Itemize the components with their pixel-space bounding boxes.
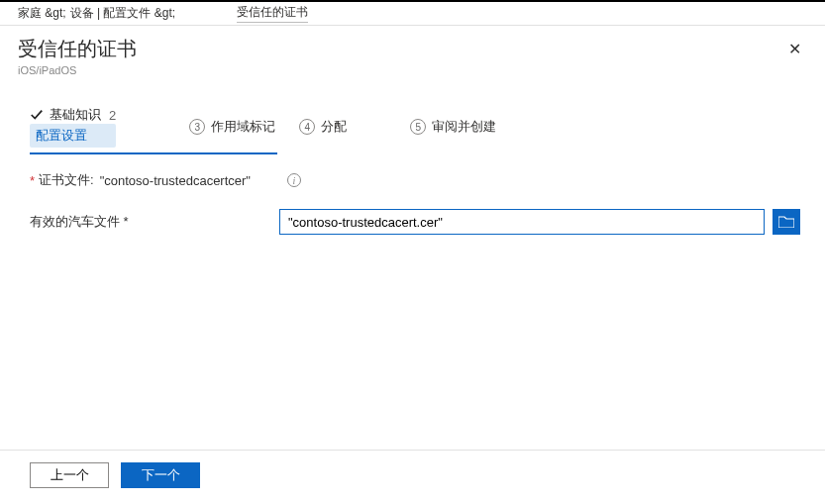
- step-review-label: 审阅并创建: [432, 118, 496, 136]
- step-3-circle: 3: [189, 119, 205, 135]
- step-scope[interactable]: 3 作用域标记: [189, 118, 275, 136]
- crumb-devices[interactable]: 设备 | 配置文件 &gt;: [70, 5, 175, 22]
- page-title: 受信任的证书: [18, 36, 137, 62]
- crumb-current: 受信任的证书: [237, 4, 308, 23]
- step-config-label: 配置设置: [36, 127, 87, 145]
- step-basics-label: 基础知识: [50, 106, 101, 124]
- next-button[interactable]: 下一个: [121, 462, 200, 488]
- valid-file-label-text: 有效的汽车文件 *: [30, 213, 129, 231]
- cert-file-label: * 证书文件: "contoso-trustedcacertcer": [30, 171, 279, 189]
- step-assign-label: 分配: [321, 118, 347, 136]
- check-icon: [30, 108, 44, 122]
- file-picker: [279, 209, 800, 235]
- step-basics[interactable]: 基础知识 2: [30, 106, 116, 124]
- panel-header: 受信任的证书 iOS/iPadOS ✕: [0, 26, 825, 76]
- cert-file-label-text: 证书文件:: [39, 171, 94, 189]
- required-asterisk: *: [30, 173, 35, 188]
- cert-file-value: "contoso-trustedcacertcer": [100, 173, 251, 188]
- step-underline: [30, 152, 277, 154]
- page-subtitle: iOS/iPadOS: [18, 64, 137, 76]
- info-icon[interactable]: i: [287, 173, 301, 187]
- step-4-circle: 4: [299, 119, 315, 135]
- wizard-steps: 基础知识 2 配置设置 3 作用域标记 4 分配 5 审阅并创建: [0, 106, 825, 148]
- form-content: * 证书文件: "contoso-trustedcacertcer" i 有效的…: [0, 171, 825, 235]
- folder-icon: [778, 216, 794, 228]
- step-basics-suffix: 2: [109, 108, 116, 123]
- file-input[interactable]: [279, 209, 765, 235]
- browse-button[interactable]: [773, 209, 800, 235]
- step-assign[interactable]: 4 分配: [299, 118, 347, 136]
- breadcrumb-bar: 家庭 &gt; 设备 | 配置文件 &gt; 受信任的证书: [0, 0, 825, 26]
- valid-file-row: 有效的汽车文件 *: [30, 209, 825, 235]
- cert-file-row: * 证书文件: "contoso-trustedcacertcer" i: [30, 171, 825, 189]
- step-scope-label: 作用域标记: [211, 118, 275, 136]
- close-button[interactable]: ✕: [782, 36, 807, 62]
- step-5-circle: 5: [410, 119, 426, 135]
- footer-bar: 上一个 下一个: [0, 450, 825, 488]
- valid-file-label: 有效的汽车文件 *: [30, 213, 279, 231]
- prev-button[interactable]: 上一个: [30, 462, 109, 488]
- step-config[interactable]: 配置设置: [30, 124, 116, 148]
- crumb-home[interactable]: 家庭 &gt;: [18, 5, 66, 22]
- step-review[interactable]: 5 审阅并创建: [410, 118, 496, 136]
